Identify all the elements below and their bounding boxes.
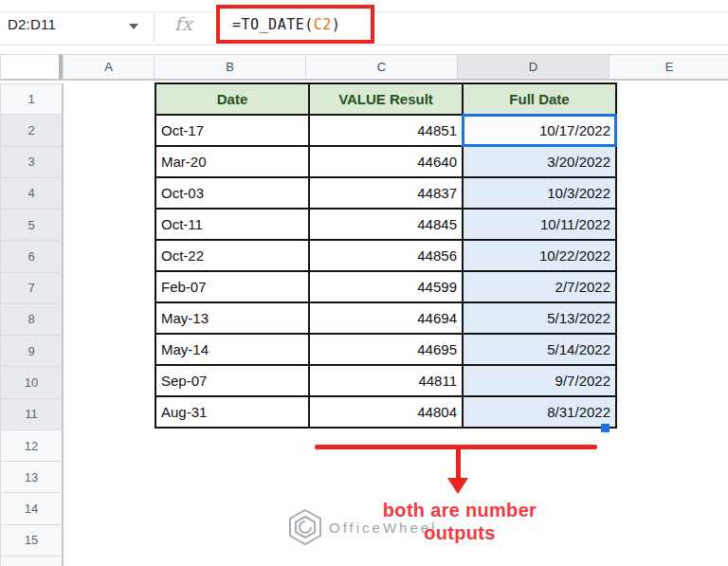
column-header-b[interactable]: B xyxy=(154,54,306,81)
annotation-line-2: outputs xyxy=(327,521,592,544)
cell-b10[interactable]: Sep-07 xyxy=(155,365,309,396)
annotation-line-1: both are number xyxy=(327,499,592,521)
header-cell-value[interactable]: VALUE Result xyxy=(309,83,463,115)
formula-cell-ref: C2 xyxy=(314,16,332,33)
annotation-text: both are number outputs xyxy=(327,499,592,544)
cell-c11[interactable]: 44804 xyxy=(309,396,463,428)
cell-c8[interactable]: 44694 xyxy=(309,302,463,334)
name-box-value: D2:D11 xyxy=(8,16,56,32)
fx-icon: fx xyxy=(174,13,193,34)
header-cell-date[interactable]: Date xyxy=(155,83,309,115)
cell-b6[interactable]: Oct-22 xyxy=(155,240,309,271)
table-row: Oct-17 44851 10/17/2022 xyxy=(155,115,616,146)
cell-d5[interactable]: 10/11/2022 xyxy=(463,209,616,240)
cell-b7[interactable]: Feb-07 xyxy=(155,271,309,302)
cell-c7[interactable]: 44599 xyxy=(309,271,463,302)
cell-c2[interactable]: 44851 xyxy=(309,115,463,146)
header-cell-full-date[interactable]: Full Date xyxy=(463,83,616,115)
cell-b5[interactable]: Oct-11 xyxy=(155,209,309,240)
table-row: Oct-11 44845 10/11/2022 xyxy=(155,209,616,240)
row-header-7[interactable]: 7 xyxy=(0,273,64,304)
cell-c6[interactable]: 44856 xyxy=(309,240,463,271)
cell-b8[interactable]: May-13 xyxy=(155,302,309,334)
cell-d6[interactable]: 10/22/2022 xyxy=(463,240,616,271)
data-table: Date VALUE Result Full Date Oct-17 44851… xyxy=(155,82,617,429)
column-header-e[interactable]: E xyxy=(609,54,728,81)
select-all-corner[interactable] xyxy=(0,54,64,81)
cell-d4[interactable]: 10/3/2022 xyxy=(463,177,616,209)
cell-b9[interactable]: May-14 xyxy=(155,334,309,365)
row-header-4[interactable]: 4 xyxy=(0,178,64,210)
row-header-5[interactable]: 5 xyxy=(0,210,64,241)
cell-d9[interactable]: 5/14/2022 xyxy=(463,334,616,365)
row-header-14[interactable]: 14 xyxy=(0,493,64,524)
cell-b2[interactable]: Oct-17 xyxy=(155,115,309,146)
toolbar-separator xyxy=(154,13,155,42)
formula-input[interactable]: =TO_DATE(C2) xyxy=(232,16,340,33)
formula-highlight-box: =TO_DATE(C2) xyxy=(216,5,374,44)
cell-b3[interactable]: Mar-20 xyxy=(155,146,309,177)
annotation-arrowhead-icon xyxy=(447,478,468,494)
row-header-9[interactable]: 9 xyxy=(0,336,64,367)
cell-c3[interactable]: 44640 xyxy=(309,146,463,177)
table-row: Aug-31 44804 8/31/2022 xyxy=(155,396,616,428)
table-row: May-13 44694 5/13/2022 xyxy=(155,302,616,334)
cell-d2-active[interactable]: 10/17/2022 xyxy=(463,115,616,146)
column-header-c[interactable]: C xyxy=(305,54,458,81)
cell-c10[interactable]: 44811 xyxy=(309,365,463,396)
selection-fill-handle[interactable] xyxy=(601,424,610,432)
row-header-16[interactable]: 16 xyxy=(0,557,64,566)
table-row: Oct-22 44856 10/22/2022 xyxy=(155,240,616,271)
column-header-d-selected[interactable]: D xyxy=(457,54,610,81)
cell-d3[interactable]: 3/20/2022 xyxy=(463,146,616,177)
row-header-6[interactable]: 6 xyxy=(0,241,64,272)
row-header-12[interactable]: 12 xyxy=(0,430,64,462)
row-header-8[interactable]: 8 xyxy=(0,304,64,336)
row-header-15[interactable]: 15 xyxy=(0,525,64,557)
cell-b4[interactable]: Oct-03 xyxy=(155,177,309,209)
cell-d7[interactable]: 2/7/2022 xyxy=(463,271,616,302)
cell-c5[interactable]: 44845 xyxy=(309,209,463,240)
officewheel-logo-icon xyxy=(287,508,323,546)
name-box-dropdown-icon[interactable] xyxy=(129,24,138,29)
spreadsheet-app: D2:D11 fx =TO_DATE(C2) A B C D E 1 2 3 4… xyxy=(0,0,728,566)
cell-c4[interactable]: 44837 xyxy=(309,177,463,209)
row-header-10[interactable]: 10 xyxy=(0,367,64,398)
table-row: Mar-20 44640 3/20/2022 xyxy=(155,146,616,177)
table-row: Oct-03 44837 10/3/2022 xyxy=(155,177,616,209)
table-row: Sep-07 44811 9/7/2022 xyxy=(155,365,616,396)
row-header-13[interactable]: 13 xyxy=(0,462,64,493)
formula-toolbar: D2:D11 fx =TO_DATE(C2) xyxy=(0,0,728,46)
row-header-2[interactable]: 2 xyxy=(0,115,64,146)
row-header-1[interactable]: 1 xyxy=(0,83,64,115)
row-header-11[interactable]: 11 xyxy=(0,399,64,430)
annotation-arrow-shaft xyxy=(456,447,461,479)
formula-suffix: ) xyxy=(332,16,341,33)
cell-d8[interactable]: 5/13/2022 xyxy=(463,302,616,334)
cell-c9[interactable]: 44695 xyxy=(309,334,463,365)
table-row: May-14 44695 5/14/2022 xyxy=(155,334,616,365)
formula-prefix: =TO_DATE( xyxy=(232,16,314,33)
cell-d10[interactable]: 9/7/2022 xyxy=(463,365,616,396)
table-row: Feb-07 44599 2/7/2022 xyxy=(155,271,616,302)
column-header-a[interactable]: A xyxy=(63,54,155,81)
cell-d11[interactable]: 8/31/2022 xyxy=(463,396,616,428)
row-header-3[interactable]: 3 xyxy=(0,147,64,178)
row-header-column: 1 2 3 4 5 6 7 8 9 10 11 12 13 14 15 16 xyxy=(0,83,64,566)
table-header-row: Date VALUE Result Full Date xyxy=(155,83,616,115)
cell-b11[interactable]: Aug-31 xyxy=(155,396,309,428)
